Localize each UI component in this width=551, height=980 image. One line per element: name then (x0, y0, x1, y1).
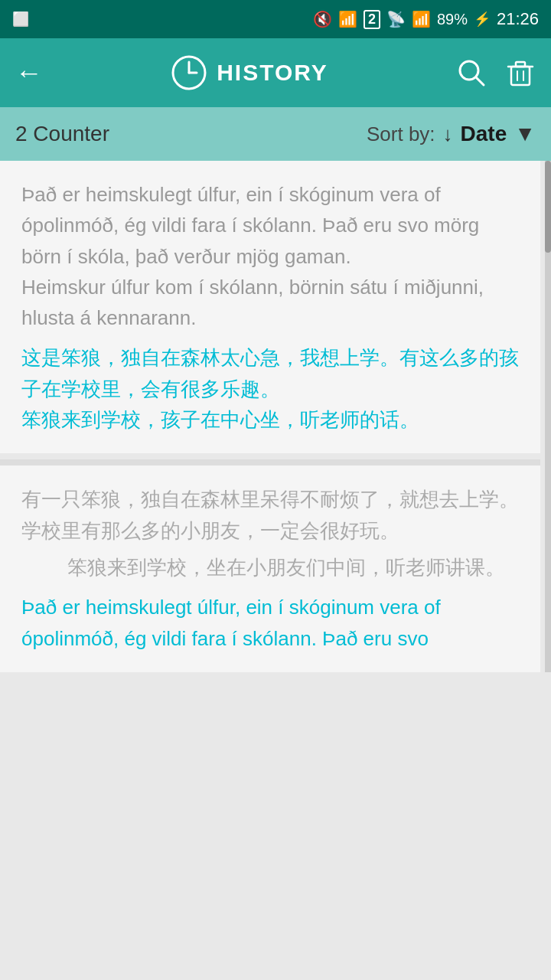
status-bar-right: 🔇 📶 2 📡 📶 89% ⚡ 21:26 (313, 9, 539, 29)
sort-section[interactable]: Sort by: ↓ Date ▼ (367, 122, 536, 146)
time-text: 21:26 (497, 9, 539, 29)
sim2-icon: 2 (364, 10, 380, 29)
back-button[interactable]: ← (15, 57, 43, 89)
sort-by-label: Sort by: (367, 122, 435, 146)
history-title: HISTORY (217, 60, 328, 86)
signal2-icon: 📶 (412, 10, 431, 28)
chinese-text-1: 这是笨狼，独自在森林太心急，我想上学。有这么多的孩子在学校里，会有很多乐趣。笨狼… (21, 342, 519, 435)
svg-line-4 (476, 77, 484, 85)
scrollbar-thumb[interactable] (545, 161, 551, 253)
card-divider (0, 459, 540, 466)
sort-date-label: Date (461, 122, 507, 146)
sort-arrow-icon: ↓ (443, 122, 453, 146)
scrollbar[interactable] (545, 161, 551, 672)
chinese-gray-indented-2: 笨狼来到学校，坐在小朋友们中间，听老师讲课。 (21, 552, 519, 583)
signal-icon: 📡 (386, 10, 406, 28)
counter-text: 2 Counter (15, 122, 109, 146)
svg-rect-5 (511, 67, 530, 85)
search-icon[interactable] (456, 57, 487, 88)
app-bar-center: HISTORY (171, 54, 328, 91)
clock-icon (171, 54, 207, 91)
screenshot-icon: ⬜ (12, 11, 29, 28)
status-bar: ⬜ 🔇 📶 2 📡 📶 89% ⚡ 21:26 (0, 0, 551, 38)
app-bar-left: ← (15, 57, 43, 89)
icelandic-blue-text-2: Það er heimskulegt úlfur, ein í skóginum… (21, 592, 519, 654)
app-bar-right (456, 57, 536, 88)
svg-rect-7 (516, 62, 525, 67)
wifi-icon: 📶 (338, 10, 357, 28)
chinese-gray-text-2: 有一只笨狼，独自在森林里呆得不耐烦了，就想去上学。学校里有那么多的小朋友，一定会… (21, 484, 519, 546)
history-card-2: 有一只笨狼，独自在森林里呆得不耐烦了，就想去上学。学校里有那么多的小朋友，一定会… (0, 466, 540, 671)
content-area: Það er heimskulegt úlfur, ein í skóginum… (0, 161, 551, 672)
battery-text: 89% (437, 11, 468, 28)
icelandic-text-1: Það er heimskulegt úlfur, ein í skóginum… (21, 179, 519, 333)
status-bar-left: ⬜ (12, 11, 29, 28)
app-bar: ← HISTORY (0, 38, 551, 107)
trash-icon[interactable] (505, 57, 536, 88)
bolt-icon: ⚡ (474, 11, 491, 28)
mute-icon: 🔇 (313, 10, 332, 28)
sort-dropdown-icon[interactable]: ▼ (514, 122, 536, 146)
history-card-1: Það er heimskulegt úlfur, ein í skóginum… (0, 161, 540, 453)
filter-bar: 2 Counter Sort by: ↓ Date ▼ (0, 107, 551, 161)
